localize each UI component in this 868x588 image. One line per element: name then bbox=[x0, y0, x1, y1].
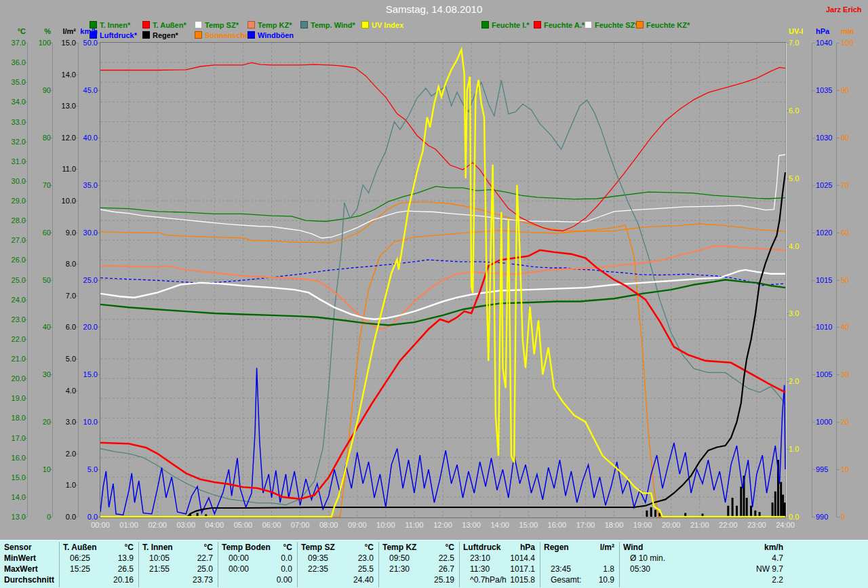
tick-label-ctemp: 18.0 bbox=[1, 414, 26, 422]
axis-header-pct: % bbox=[26, 27, 51, 35]
tick-label-rain: 6.0 bbox=[52, 324, 76, 331]
legend-item-row1-1: T. Außen* bbox=[142, 21, 186, 29]
rain-bar bbox=[650, 507, 652, 517]
legend-swatch-icon bbox=[300, 21, 308, 28]
table-cell-value: 1015.8 bbox=[459, 575, 535, 585]
x-tick-label: 24:00 bbox=[772, 521, 799, 529]
x-tick-label: 08:00 bbox=[315, 521, 342, 529]
x-tick-label: 16:00 bbox=[543, 521, 570, 529]
table-cell-value: 4.7 bbox=[619, 553, 783, 564]
legend-label: Temp SZ* bbox=[205, 21, 239, 29]
axis-header-ctemp: °C bbox=[1, 27, 26, 35]
legend-label: Feuchte A.* bbox=[544, 21, 585, 29]
table-cell-value: 24.40 bbox=[297, 575, 374, 585]
x-tick-label: 07:00 bbox=[287, 521, 314, 529]
table-cell-value: 1017.1 bbox=[459, 564, 535, 574]
tick-min bbox=[836, 233, 840, 233]
x-tick-label: 18:00 bbox=[601, 521, 628, 529]
summary-table: SensorMinWertMaxWertDurchschnittT. Außen… bbox=[0, 540, 868, 588]
tick-label-ctemp: 27.0 bbox=[1, 237, 26, 244]
rain-bar bbox=[750, 506, 752, 517]
tick-label-hpa: 995 bbox=[816, 466, 828, 473]
tick-label-wind: 15.0 bbox=[73, 371, 98, 378]
table-cell-value: 1014.4 bbox=[459, 553, 535, 564]
x-tick-label: 17:00 bbox=[572, 521, 599, 529]
x-tick-label: 14:00 bbox=[486, 521, 513, 529]
table-row-label: MaxWert bbox=[4, 564, 38, 574]
axis-header-uv: UV-I bbox=[789, 27, 803, 35]
tick-label-min: 80 bbox=[841, 134, 849, 142]
x-tick-label: 21:00 bbox=[686, 521, 713, 529]
tick-label-wind: 40.0 bbox=[73, 134, 98, 142]
legend-swatch-icon bbox=[248, 31, 255, 39]
tick-hpa bbox=[812, 280, 815, 281]
tick-label-ctemp: 20.0 bbox=[1, 375, 26, 383]
x-tick-label: 03:00 bbox=[172, 521, 199, 529]
series-feuchte_i bbox=[100, 187, 785, 222]
table-cell-value: 25.19 bbox=[378, 575, 454, 585]
tick-label-min: 40 bbox=[841, 324, 849, 331]
legend-swatch-icon bbox=[142, 31, 150, 39]
tick-label-pct: 60 bbox=[26, 229, 51, 237]
tick-min bbox=[836, 517, 840, 517]
legend-swatch-icon bbox=[481, 21, 489, 28]
tick-label-pct: 0 bbox=[26, 513, 51, 521]
tick-label-uv: 3.0 bbox=[789, 310, 799, 317]
tick-label-uv: 5.0 bbox=[789, 175, 799, 182]
tick-label-pct: 90 bbox=[26, 87, 51, 94]
table-row-label: Sensor bbox=[4, 543, 32, 553]
tick-hpa bbox=[812, 138, 815, 138]
legend-item-row1-8: Feuchte SZ* bbox=[585, 21, 638, 29]
x-tick-label: 10:00 bbox=[372, 521, 399, 529]
table-cell-value: 25.0 bbox=[138, 564, 213, 574]
rain-bar bbox=[746, 498, 748, 517]
tick-label-wind: 45.0 bbox=[73, 87, 98, 94]
tick-label-pct: 40 bbox=[26, 324, 51, 331]
tick-hpa bbox=[812, 43, 815, 43]
axis-header-wind: km/h bbox=[73, 27, 98, 35]
tick-label-ctemp: 30.0 bbox=[1, 178, 26, 185]
legend-swatch-icon bbox=[361, 21, 369, 28]
x-tick-label: 09:00 bbox=[344, 521, 371, 529]
table-col-unit: °C bbox=[378, 543, 454, 553]
tick-label-ctemp: 19.0 bbox=[1, 395, 26, 402]
tick-min bbox=[836, 43, 840, 43]
tick-label-ctemp: 34.0 bbox=[1, 98, 26, 106]
x-tick-label: 12:00 bbox=[429, 521, 456, 529]
tick-label-hpa: 1015 bbox=[816, 277, 832, 284]
tick-label-pct: 10 bbox=[26, 466, 51, 473]
tick-label-ctemp: 31.0 bbox=[1, 158, 26, 165]
legend-label: T. Innen* bbox=[100, 21, 130, 29]
tick-min bbox=[836, 185, 840, 186]
tick-label-ctemp: 22.0 bbox=[1, 336, 26, 343]
tick-min bbox=[836, 138, 840, 138]
legend-label: Feuchte SZ* bbox=[595, 21, 638, 29]
legend-label: UV Index bbox=[372, 21, 403, 29]
legend-item-row1-7: Feuchte A.* bbox=[534, 21, 585, 29]
table-cell-value: 20.16 bbox=[59, 575, 134, 585]
table-cell-value: 0.0 bbox=[218, 564, 292, 574]
table-cell-value: 2.2 bbox=[619, 575, 783, 585]
tick-label-ctemp: 33.0 bbox=[1, 119, 26, 126]
table-col-unit: km/h bbox=[619, 543, 783, 553]
legend-item-row1-5: UV Index bbox=[361, 21, 403, 29]
tick-label-ctemp: 32.0 bbox=[1, 138, 26, 146]
tick-label-pct: 80 bbox=[26, 134, 51, 142]
tick-label-rain: 9.0 bbox=[52, 229, 76, 237]
x-tick-label: 23:00 bbox=[743, 521, 770, 529]
tick-label-ctemp: 36.0 bbox=[1, 59, 26, 66]
table-col-unit: hPa bbox=[459, 543, 535, 553]
x-tick-label: 04:00 bbox=[201, 521, 228, 529]
table-col-unit: °C bbox=[297, 543, 374, 553]
legend-swatch-icon bbox=[248, 21, 255, 28]
rain-bar bbox=[727, 506, 729, 517]
tick-label-ctemp: 21.0 bbox=[1, 355, 26, 363]
legend-swatch-icon bbox=[195, 31, 202, 39]
rain-bar bbox=[740, 487, 742, 517]
tick-label-ctemp: 29.0 bbox=[1, 197, 26, 205]
tick-label-min: 50 bbox=[841, 277, 849, 284]
tick-label-min: 60 bbox=[841, 229, 849, 237]
tick-label-uv: 7.0 bbox=[789, 39, 799, 47]
legend-item-row2-2: Sonnenschein bbox=[195, 31, 256, 39]
tick-label-wind: 20.0 bbox=[73, 324, 98, 331]
